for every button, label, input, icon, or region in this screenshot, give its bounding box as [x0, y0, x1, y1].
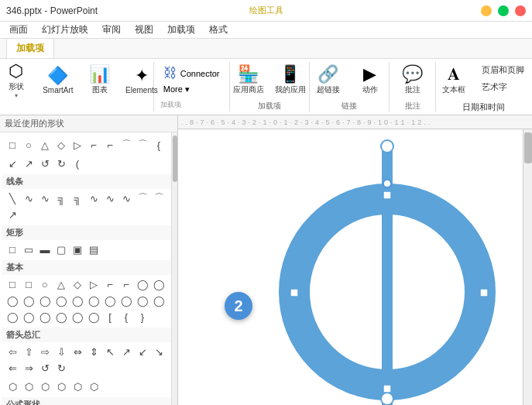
shape-cell[interactable]: ⌐: [86, 137, 101, 153]
shape-cell[interactable]: ∿: [86, 190, 101, 206]
shape-cell[interactable]: ⇒: [21, 360, 36, 376]
shapes-scroll[interactable]: □ ○ △ ◇ ▷ ⌐ ⌐ ⌒ ⌒ { ↙ ↗ ↺ ↻ ( 线条 ╲: [0, 132, 177, 405]
shape-cell[interactable]: ◯: [5, 309, 20, 324]
menu-review[interactable]: 审阅: [96, 22, 127, 38]
shape-cell[interactable]: ⌒: [118, 137, 134, 153]
datetime-button[interactable]: 日期和时间: [457, 99, 510, 115]
shape-cell[interactable]: ◯: [53, 309, 69, 324]
shape-cell[interactable]: ◯: [135, 293, 150, 308]
shape-cell[interactable]: }: [135, 309, 150, 324]
shape-cell[interactable]: {: [118, 309, 134, 324]
hyperlink-button[interactable]: 🔗 超链接: [309, 62, 348, 99]
shape-cell[interactable]: ∿: [118, 190, 134, 206]
textbox-button[interactable]: 𝐀 文本框: [434, 62, 473, 99]
shape-cell[interactable]: ↗: [118, 344, 134, 359]
shape-cell[interactable]: ⌐: [102, 276, 118, 292]
shape-cell[interactable]: ↙: [135, 344, 150, 359]
shape-cell[interactable]: ○: [21, 137, 36, 153]
shape-cell[interactable]: ↗: [21, 156, 36, 171]
header-footer-button[interactable]: 页眉和页脚: [476, 62, 530, 77]
shape-cell[interactable]: ◯: [53, 293, 69, 308]
shapes-scrollbar[interactable]: [171, 132, 177, 405]
tab-addins[interactable]: 加载项: [6, 38, 54, 58]
wordart-button[interactable]: 艺术字: [476, 79, 530, 94]
shape-cell[interactable]: ↻: [53, 360, 69, 376]
shape-cell[interactable]: ◯: [86, 293, 101, 308]
shape-cell[interactable]: ∿: [102, 190, 118, 206]
shape-cell[interactable]: ╲: [5, 190, 20, 206]
shape-cell[interactable]: ◯: [151, 276, 166, 292]
canvas-scrollbar[interactable]: [523, 129, 532, 405]
shape-cell[interactable]: ▬: [37, 242, 53, 257]
shape-cell[interactable]: ◯: [21, 293, 36, 308]
shape-cell[interactable]: ◯: [118, 293, 134, 308]
shape-cell[interactable]: ◇: [70, 276, 85, 292]
shape-cell[interactable]: ⇩: [53, 344, 69, 359]
shape-cell[interactable]: ↙: [5, 156, 20, 171]
shape-cell[interactable]: ◯: [102, 293, 118, 308]
shape-cell[interactable]: ⌐: [102, 137, 118, 153]
shape-cell[interactable]: △: [37, 137, 53, 153]
shape-cell[interactable]: ▣: [70, 242, 85, 257]
shape-cell[interactable]: ◯: [21, 309, 36, 324]
shape-cell[interactable]: ↗: [5, 207, 20, 222]
shape-cell[interactable]: □: [5, 276, 20, 292]
shape-cell[interactable]: ⌐: [118, 276, 134, 292]
shape-cell[interactable]: ⬡: [21, 379, 36, 394]
shape-cell[interactable]: ◯: [135, 276, 150, 292]
menu-format[interactable]: 格式: [203, 22, 234, 38]
shape-cell[interactable]: ↺: [37, 156, 53, 171]
shape-cell[interactable]: ▷: [86, 276, 101, 292]
shape-cell[interactable]: ↘: [151, 344, 166, 359]
maximize-button[interactable]: [498, 5, 509, 16]
shape-cell[interactable]: ⬡: [5, 379, 20, 394]
shape-cell[interactable]: □: [5, 137, 20, 153]
shape-cell[interactable]: ◯: [86, 309, 101, 324]
shape-cell[interactable]: ⬡: [37, 379, 53, 394]
shape-cell[interactable]: ⇐: [5, 360, 20, 376]
smartart-button[interactable]: 🔷 SmartArt: [39, 62, 77, 99]
shape-cell[interactable]: ↺: [37, 360, 53, 376]
shape-cell[interactable]: ◇: [53, 137, 69, 153]
shape-cell[interactable]: ⌒: [135, 137, 150, 153]
shape-cell[interactable]: ◯: [37, 293, 53, 308]
shape-cell[interactable]: ○: [37, 276, 53, 292]
menu-view[interactable]: 视图: [129, 22, 160, 38]
shape-cell[interactable]: ⌒: [151, 190, 166, 206]
appstore-button[interactable]: 🏪 应用商店: [229, 62, 268, 99]
close-button[interactable]: [515, 5, 526, 16]
shape-cell[interactable]: ⬡: [53, 379, 69, 394]
shape-cell[interactable]: ▷: [70, 137, 85, 153]
shape-cell[interactable]: □: [5, 242, 20, 257]
shape-cell[interactable]: ↖: [102, 344, 118, 359]
shape-cell[interactable]: ⌒: [135, 190, 150, 206]
shape-cell[interactable]: ⇧: [21, 344, 36, 359]
shape-cell[interactable]: {: [151, 137, 166, 153]
myapps-button[interactable]: 📱 我的应用: [271, 62, 310, 99]
shape-cell[interactable]: ╗: [70, 190, 85, 206]
shapes-button[interactable]: ⬡ 形状 ▾: [0, 62, 36, 99]
shape-cell[interactable]: △: [53, 276, 69, 292]
shape-cell[interactable]: ⇔: [70, 344, 85, 359]
menu-addins[interactable]: 加载项: [161, 22, 201, 38]
shape-cell[interactable]: [: [102, 309, 118, 324]
shape-cell[interactable]: ▭: [21, 242, 36, 257]
more-button[interactable]: More ▾: [160, 83, 193, 96]
shape-cell[interactable]: ⇕: [86, 344, 101, 359]
shape-cell[interactable]: ▢: [53, 242, 69, 257]
shape-cell[interactable]: ◯: [151, 293, 166, 308]
shape-cell[interactable]: (: [70, 156, 85, 171]
shape-cell[interactable]: ↻: [53, 156, 69, 171]
shape-cell[interactable]: ◯: [70, 293, 85, 308]
menu-slideshow[interactable]: 幻灯片放映: [36, 22, 94, 38]
minimize-button[interactable]: [481, 5, 492, 16]
shape-cell[interactable]: ◯: [70, 309, 85, 324]
shape-cell[interactable]: ⇦: [5, 344, 20, 359]
menu-draw[interactable]: 画面: [3, 22, 34, 38]
shape-cell[interactable]: ⬡: [86, 379, 101, 394]
comment-button[interactable]: 💬 批注: [393, 62, 432, 99]
shape-cell[interactable]: ⇨: [37, 344, 53, 359]
connector-button[interactable]: ⛓ Connector: [160, 63, 223, 83]
shape-cell[interactable]: ╗: [53, 190, 69, 206]
action-button[interactable]: ▶ 动作: [351, 62, 390, 99]
